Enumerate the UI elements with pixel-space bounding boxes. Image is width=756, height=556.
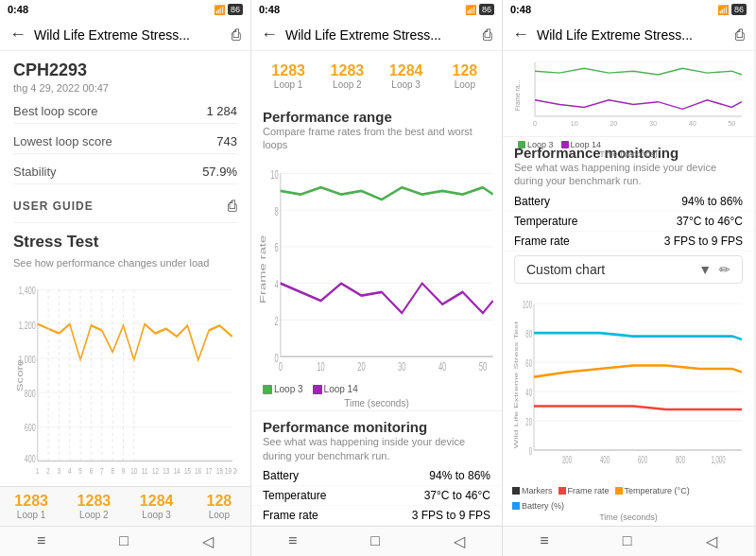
share-button-ug[interactable]: ⎙	[228, 198, 237, 215]
svg-text:18: 18	[216, 465, 223, 476]
svg-text:4: 4	[274, 277, 278, 291]
svg-text:6: 6	[90, 465, 94, 476]
biglegend-framerate: Frame rate	[558, 486, 610, 495]
stat-label-1: Best loop score	[13, 104, 98, 118]
loop-score-4: 128	[207, 493, 232, 510]
stat-label-temp-p2: Temperature	[263, 489, 326, 502]
svg-text:Frame rate: Frame rate	[258, 235, 267, 303]
svg-text:8: 8	[111, 465, 114, 476]
header-3: ← Wild Life Extreme Stress... ⎙	[503, 19, 754, 51]
header-1: ← Wild Life Extreme Stress... ⎙	[0, 19, 250, 51]
svg-text:2: 2	[274, 313, 278, 327]
nav-bar-1: ≡ □ ◁	[0, 526, 250, 556]
legend-dot-loop14	[313, 385, 322, 394]
svg-text:1,200: 1,200	[19, 319, 36, 331]
mini-legend-loop3: Loop 3	[518, 140, 554, 149]
user-guide-label[interactable]: USER GUIDE	[13, 200, 94, 213]
svg-text:40: 40	[438, 358, 446, 373]
svg-text:7: 7	[100, 465, 104, 476]
mini-legend: Loop 3 Loop 14	[510, 140, 747, 149]
wifi-icon-1: 📶	[214, 5, 225, 15]
share-button-2[interactable]: ⎙	[483, 26, 492, 43]
loop-label-p2-4: Loop	[455, 79, 475, 90]
nav-menu-3[interactable]: ≡	[540, 532, 548, 550]
stat-value-temp-p2: 37°C to 46°C	[424, 489, 490, 502]
monitoring-sub-p2: See what was happening inside your devic…	[263, 435, 490, 462]
svg-text:9: 9	[122, 465, 126, 476]
loop-row-2: 1283 Loop 1 1283 Loop 2 1284 Loop 3 128 …	[251, 51, 502, 101]
mini-dot-loop14	[561, 141, 569, 148]
monitoring-title-p2: Performance monitoring	[263, 419, 490, 435]
legend-label-loop3: Loop 3	[274, 384, 303, 394]
svg-text:16: 16	[195, 465, 201, 476]
share-button-1[interactable]: ⎙	[232, 26, 241, 43]
nav-home-1[interactable]: □	[119, 532, 129, 550]
loop-label-4: Loop	[209, 510, 230, 520]
svg-text:10: 10	[130, 465, 137, 476]
stat-value-battery-p2: 94% to 86%	[429, 469, 490, 482]
svg-text:1,000: 1,000	[19, 353, 36, 365]
battery-1: 86	[228, 4, 243, 15]
battery-2: 86	[479, 4, 494, 15]
svg-text:4: 4	[68, 465, 72, 476]
svg-text:10: 10	[270, 166, 278, 181]
back-button-2[interactable]: ←	[261, 25, 278, 44]
header-title-1: Wild Life Extreme Stress...	[34, 27, 224, 43]
stat-row-2: Lowest loop score 743	[13, 130, 237, 154]
big-chart-area: Wild Life Extreme Stress Test 100 80 60 …	[503, 287, 754, 484]
stat-value-temp-p3: 37°C to 46°C	[677, 215, 743, 228]
svg-text:200: 200	[562, 454, 572, 465]
svg-text:1: 1	[36, 465, 40, 476]
perf-range-section: Performance range Compare frame rates fr…	[251, 101, 502, 156]
status-icons-2: 📶 86	[465, 4, 494, 15]
monitoring-stat-battery-p3: Battery 94% to 86%	[503, 192, 754, 212]
stress-test-subtitle: See how performance changes under load	[13, 257, 237, 269]
loop-score-2: 1283	[77, 493, 112, 510]
status-bar-1: 0:48 📶 86	[0, 0, 250, 19]
loop-score-p2-3: 1284	[389, 62, 423, 79]
nav-menu-2[interactable]: ≡	[288, 532, 297, 550]
nav-back-2[interactable]: ◁	[454, 532, 465, 550]
svg-text:Frame ra...: Frame ra...	[514, 80, 521, 112]
battery-3: 86	[731, 4, 747, 15]
edit-icon[interactable]: ✏	[719, 262, 730, 277]
svg-text:5: 5	[78, 465, 82, 476]
nav-menu-1[interactable]: ≡	[37, 532, 45, 550]
stat-value-2: 743	[216, 134, 237, 148]
nav-home-2[interactable]: □	[370, 532, 380, 550]
nav-home-3[interactable]: □	[623, 532, 632, 550]
header-title-2: Wild Life Extreme Stress...	[285, 27, 475, 43]
dropdown-icon[interactable]: ▼	[698, 262, 712, 277]
header-2: ← Wild Life Extreme Stress... ⎙	[251, 19, 502, 51]
stress-test-title: Stress Test	[13, 233, 237, 252]
biglegend-dot-markers	[512, 487, 520, 495]
loop-label-1: Loop 1	[17, 510, 46, 520]
perf-range-title: Performance range	[263, 109, 490, 125]
monitoring-stat-battery-p2: Battery 94% to 86%	[251, 466, 502, 486]
header-title-3: Wild Life Extreme Stress...	[537, 27, 728, 43]
svg-text:0: 0	[529, 445, 533, 457]
svg-text:400: 400	[25, 452, 36, 464]
monitoring-stat-temp-p2: Temperature 37°C to 46°C	[251, 486, 502, 506]
stat-label-temp-p3: Temperature	[514, 215, 577, 228]
back-button-1[interactable]: ←	[9, 25, 26, 44]
loop-item-p2-2: 1283 Loop 2	[318, 57, 376, 96]
custom-chart-row[interactable]: Custom chart ▼ ✏	[514, 255, 743, 284]
nav-back-1[interactable]: ◁	[202, 532, 214, 550]
back-button-3[interactable]: ←	[512, 25, 529, 44]
device-name: CPH2293	[13, 61, 237, 80]
svg-text:19 20: 19 20	[225, 465, 237, 476]
monitoring-stat-fps-p3: Frame rate 3 FPS to 9 FPS	[503, 232, 754, 252]
svg-text:6: 6	[274, 240, 278, 254]
biglegend-dot-framerate	[558, 487, 566, 495]
nav-back-3[interactable]: ◁	[706, 532, 717, 550]
stat-label-fps-p3: Frame rate	[514, 235, 570, 248]
svg-text:12: 12	[152, 465, 159, 476]
share-button-3[interactable]: ⎙	[735, 26, 745, 43]
perf-monitor-sub-p3: See what was happening inside your devic…	[514, 161, 743, 188]
time-1: 0:48	[8, 4, 28, 15]
svg-text:600: 600	[638, 454, 647, 465]
stat-value-1: 1 284	[206, 104, 237, 118]
wifi-icon-2: 📶	[465, 5, 476, 15]
stat-value-battery-p3: 94% to 86%	[681, 195, 743, 208]
